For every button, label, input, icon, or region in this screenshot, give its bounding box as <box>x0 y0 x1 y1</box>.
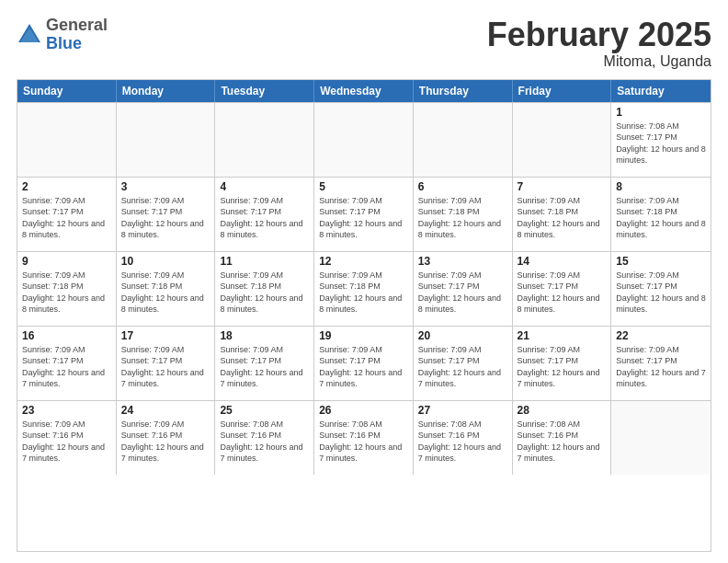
cal-cell: 22Sunrise: 7:09 AMSunset: 7:17 PMDayligh… <box>611 327 711 400</box>
title-block: February 2025 Mitoma, Uganda <box>487 17 711 70</box>
day-number: 28 <box>518 404 607 417</box>
day-info: Sunrise: 7:09 AMSunset: 7:18 PMDaylight:… <box>22 270 111 316</box>
day-info: Sunrise: 7:09 AMSunset: 7:17 PMDaylight:… <box>220 195 309 241</box>
day-info: Sunrise: 7:08 AMSunset: 7:16 PMDaylight:… <box>220 419 309 465</box>
cal-cell: 24Sunrise: 7:09 AMSunset: 7:16 PMDayligh… <box>117 401 216 475</box>
day-info: Sunrise: 7:09 AMSunset: 7:17 PMDaylight:… <box>616 344 706 390</box>
cal-cell: 8Sunrise: 7:09 AMSunset: 7:18 PMDaylight… <box>611 178 711 251</box>
cal-cell: 12Sunrise: 7:09 AMSunset: 7:18 PMDayligh… <box>314 252 414 326</box>
calendar: SundayMondayTuesdayWednesdayThursdayFrid… <box>17 79 711 552</box>
cal-cell: 4Sunrise: 7:09 AMSunset: 7:17 PMDaylight… <box>215 178 314 251</box>
day-number: 8 <box>616 180 706 193</box>
cal-cell: 23Sunrise: 7:09 AMSunset: 7:16 PMDayligh… <box>17 401 117 475</box>
logo-blue: Blue <box>46 34 82 52</box>
cal-cell: 7Sunrise: 7:09 AMSunset: 7:18 PMDaylight… <box>513 178 612 251</box>
day-number: 1 <box>616 106 706 119</box>
day-info: Sunrise: 7:09 AMSunset: 7:17 PMDaylight:… <box>22 195 111 241</box>
cal-week-2: 9Sunrise: 7:09 AMSunset: 7:18 PMDaylight… <box>17 251 711 326</box>
day-info: Sunrise: 7:09 AMSunset: 7:18 PMDaylight:… <box>319 270 408 316</box>
logo-general: General <box>46 16 108 34</box>
cal-header-sunday: Sunday <box>17 80 117 102</box>
day-info: Sunrise: 7:09 AMSunset: 7:18 PMDaylight:… <box>518 195 607 241</box>
logo-icon <box>17 22 42 48</box>
cal-week-4: 23Sunrise: 7:09 AMSunset: 7:16 PMDayligh… <box>17 400 711 475</box>
cal-cell <box>215 103 314 177</box>
cal-header-monday: Monday <box>117 80 216 102</box>
page: General Blue February 2025 Mitoma, Ugand… <box>0 0 728 563</box>
day-number: 7 <box>518 180 607 193</box>
day-info: Sunrise: 7:09 AMSunset: 7:17 PMDaylight:… <box>319 344 408 390</box>
day-number: 27 <box>418 404 507 417</box>
cal-header-thursday: Thursday <box>414 80 513 102</box>
day-number: 5 <box>319 180 408 193</box>
day-info: Sunrise: 7:09 AMSunset: 7:18 PMDaylight:… <box>418 195 507 241</box>
cal-cell: 3Sunrise: 7:09 AMSunset: 7:17 PMDaylight… <box>117 178 216 251</box>
day-info: Sunrise: 7:09 AMSunset: 7:17 PMDaylight:… <box>518 344 607 390</box>
day-number: 18 <box>220 329 309 342</box>
day-info: Sunrise: 7:08 AMSunset: 7:16 PMDaylight:… <box>418 419 507 465</box>
cal-cell: 18Sunrise: 7:09 AMSunset: 7:17 PMDayligh… <box>215 327 314 400</box>
header: General Blue February 2025 Mitoma, Ugand… <box>17 17 711 70</box>
day-number: 4 <box>220 180 309 193</box>
day-info: Sunrise: 7:08 AMSunset: 7:16 PMDaylight:… <box>319 419 408 465</box>
cal-cell: 15Sunrise: 7:09 AMSunset: 7:17 PMDayligh… <box>611 252 711 326</box>
day-info: Sunrise: 7:09 AMSunset: 7:17 PMDaylight:… <box>121 195 210 241</box>
day-number: 9 <box>22 255 111 268</box>
calendar-body: 1Sunrise: 7:08 AMSunset: 7:17 PMDaylight… <box>17 102 711 475</box>
location-subtitle: Mitoma, Uganda <box>487 53 711 70</box>
logo: General Blue <box>17 17 108 53</box>
cal-week-1: 2Sunrise: 7:09 AMSunset: 7:17 PMDaylight… <box>17 177 711 251</box>
cal-cell: 25Sunrise: 7:08 AMSunset: 7:16 PMDayligh… <box>215 401 314 475</box>
cal-cell: 10Sunrise: 7:09 AMSunset: 7:18 PMDayligh… <box>117 252 216 326</box>
cal-cell <box>314 103 414 177</box>
day-number: 15 <box>616 255 706 268</box>
cal-cell: 16Sunrise: 7:09 AMSunset: 7:17 PMDayligh… <box>17 327 117 400</box>
day-number: 20 <box>418 329 507 342</box>
day-info: Sunrise: 7:09 AMSunset: 7:16 PMDaylight:… <box>22 419 111 465</box>
day-info: Sunrise: 7:09 AMSunset: 7:17 PMDaylight:… <box>418 344 507 390</box>
day-number: 3 <box>121 180 210 193</box>
cal-cell: 6Sunrise: 7:09 AMSunset: 7:18 PMDaylight… <box>414 178 513 251</box>
day-number: 21 <box>518 329 607 342</box>
day-info: Sunrise: 7:09 AMSunset: 7:18 PMDaylight:… <box>616 195 706 241</box>
day-number: 17 <box>121 329 210 342</box>
day-info: Sunrise: 7:08 AMSunset: 7:17 PMDaylight:… <box>616 121 706 167</box>
day-info: Sunrise: 7:09 AMSunset: 7:18 PMDaylight:… <box>220 270 309 316</box>
day-number: 2 <box>22 180 111 193</box>
cal-header-tuesday: Tuesday <box>215 80 314 102</box>
cal-cell <box>513 103 612 177</box>
day-info: Sunrise: 7:09 AMSunset: 7:17 PMDaylight:… <box>518 270 607 316</box>
cal-cell: 2Sunrise: 7:09 AMSunset: 7:17 PMDaylight… <box>17 178 117 251</box>
day-number: 22 <box>616 329 706 342</box>
day-number: 23 <box>22 404 111 417</box>
day-number: 26 <box>319 404 408 417</box>
day-number: 13 <box>418 255 507 268</box>
day-number: 10 <box>121 255 210 268</box>
cal-cell: 5Sunrise: 7:09 AMSunset: 7:17 PMDaylight… <box>314 178 414 251</box>
cal-cell: 27Sunrise: 7:08 AMSunset: 7:16 PMDayligh… <box>414 401 513 475</box>
cal-cell: 21Sunrise: 7:09 AMSunset: 7:17 PMDayligh… <box>513 327 612 400</box>
cal-header-friday: Friday <box>513 80 612 102</box>
cal-cell: 1Sunrise: 7:08 AMSunset: 7:17 PMDaylight… <box>611 103 711 177</box>
cal-header-wednesday: Wednesday <box>314 80 414 102</box>
day-info: Sunrise: 7:09 AMSunset: 7:17 PMDaylight:… <box>418 270 507 316</box>
day-info: Sunrise: 7:09 AMSunset: 7:17 PMDaylight:… <box>616 270 706 316</box>
cal-cell: 28Sunrise: 7:08 AMSunset: 7:16 PMDayligh… <box>513 401 612 475</box>
calendar-header-row: SundayMondayTuesdayWednesdayThursdayFrid… <box>17 80 711 102</box>
cal-cell: 13Sunrise: 7:09 AMSunset: 7:17 PMDayligh… <box>414 252 513 326</box>
day-number: 11 <box>220 255 309 268</box>
day-number: 25 <box>220 404 309 417</box>
day-info: Sunrise: 7:09 AMSunset: 7:18 PMDaylight:… <box>121 270 210 316</box>
day-info: Sunrise: 7:09 AMSunset: 7:17 PMDaylight:… <box>319 195 408 241</box>
cal-week-3: 16Sunrise: 7:09 AMSunset: 7:17 PMDayligh… <box>17 326 711 400</box>
day-number: 12 <box>319 255 408 268</box>
day-number: 6 <box>418 180 507 193</box>
day-number: 16 <box>22 329 111 342</box>
cal-cell: 19Sunrise: 7:09 AMSunset: 7:17 PMDayligh… <box>314 327 414 400</box>
cal-cell <box>414 103 513 177</box>
cal-cell <box>611 401 711 475</box>
logo-text: General Blue <box>46 17 108 53</box>
day-number: 24 <box>121 404 210 417</box>
day-info: Sunrise: 7:09 AMSunset: 7:17 PMDaylight:… <box>22 344 111 390</box>
cal-cell: 17Sunrise: 7:09 AMSunset: 7:17 PMDayligh… <box>117 327 216 400</box>
